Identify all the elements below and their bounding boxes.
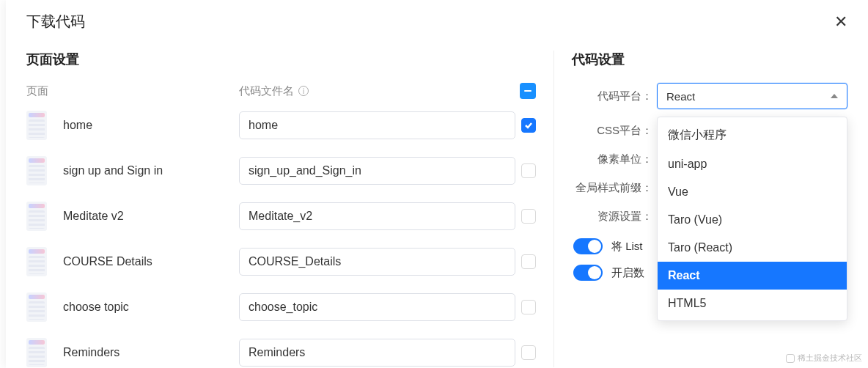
page-row: Meditate v2 bbox=[26, 202, 536, 231]
file-name-input[interactable] bbox=[239, 248, 515, 276]
page-thumbnail[interactable] bbox=[26, 202, 47, 231]
page-name: COURSE Details bbox=[63, 255, 239, 268]
page-checkbox[interactable] bbox=[521, 254, 536, 269]
toggle-label: 开启数 bbox=[611, 266, 644, 280]
resource-label: 资源设置： bbox=[572, 210, 657, 224]
page-settings-title: 页面设置 bbox=[26, 51, 536, 68]
page-row: sign up and Sign in bbox=[26, 156, 536, 185]
column-page-label: 页面 bbox=[26, 84, 239, 98]
toggle-switch[interactable] bbox=[573, 238, 603, 254]
dropdown-option[interactable]: Taro (Vue) bbox=[658, 206, 847, 234]
page-row: home bbox=[26, 111, 536, 140]
page-checkbox[interactable] bbox=[521, 118, 536, 133]
file-name-input[interactable] bbox=[239, 202, 515, 230]
page-checkbox[interactable] bbox=[521, 209, 536, 224]
page-name: Reminders bbox=[63, 346, 239, 359]
page-name: choose topic bbox=[63, 301, 239, 314]
global-prefix-label: 全局样式前缀： bbox=[572, 181, 657, 195]
deselect-all-button[interactable] bbox=[520, 83, 536, 99]
page-checkbox[interactable] bbox=[521, 345, 536, 360]
dropdown-option[interactable]: uni-app bbox=[658, 150, 847, 178]
page-checkbox[interactable] bbox=[521, 300, 536, 314]
chevron-up-icon bbox=[831, 94, 838, 98]
code-settings-title: 代码设置 bbox=[572, 51, 847, 68]
platform-select[interactable]: React bbox=[657, 83, 847, 109]
platform-label: 代码平台： bbox=[572, 89, 657, 103]
page-row: Reminders bbox=[26, 338, 536, 367]
platform-dropdown[interactable]: 微信小程序uni-appVueTaro (Vue)Taro (React)Rea… bbox=[657, 117, 847, 321]
dropdown-option[interactable]: Taro (React) bbox=[658, 234, 847, 262]
dropdown-option[interactable]: HTML5 bbox=[658, 290, 847, 317]
watermark: 稀土掘金技术社区 bbox=[786, 353, 862, 364]
dropdown-option[interactable]: React bbox=[658, 262, 847, 290]
file-name-input[interactable] bbox=[239, 157, 515, 185]
page-name: sign up and Sign in bbox=[63, 164, 239, 177]
platform-select-value: React bbox=[666, 90, 695, 103]
close-icon[interactable]: ✕ bbox=[834, 14, 847, 30]
dropdown-option[interactable]: Vue bbox=[658, 178, 847, 206]
column-file-label: 代码文件名 bbox=[239, 84, 294, 98]
modal-title: 下载代码 bbox=[26, 12, 85, 32]
page-name: home bbox=[63, 119, 239, 132]
page-thumbnail[interactable] bbox=[26, 111, 47, 140]
css-platform-label: CSS平台： bbox=[572, 124, 657, 138]
page-thumbnail[interactable] bbox=[26, 156, 47, 185]
page-thumbnail[interactable] bbox=[26, 338, 47, 367]
file-name-input[interactable] bbox=[239, 293, 515, 321]
file-name-input[interactable] bbox=[239, 111, 515, 139]
page-row: COURSE Details bbox=[26, 247, 536, 276]
page-row: choose topic bbox=[26, 292, 536, 322]
toggle-switch[interactable] bbox=[573, 265, 603, 281]
info-icon[interactable]: i bbox=[298, 86, 309, 96]
page-checkbox[interactable] bbox=[521, 163, 536, 178]
page-name: Meditate v2 bbox=[63, 210, 239, 223]
watermark-icon bbox=[786, 354, 795, 363]
page-thumbnail[interactable] bbox=[26, 292, 47, 322]
toggle-label: 将 List bbox=[611, 240, 643, 254]
page-thumbnail[interactable] bbox=[26, 247, 47, 276]
pixel-unit-label: 像素单位： bbox=[572, 152, 657, 166]
dropdown-option[interactable]: 微信小程序 bbox=[658, 120, 847, 150]
file-name-input[interactable] bbox=[239, 339, 515, 367]
watermark-text: 稀土掘金技术社区 bbox=[798, 353, 862, 364]
